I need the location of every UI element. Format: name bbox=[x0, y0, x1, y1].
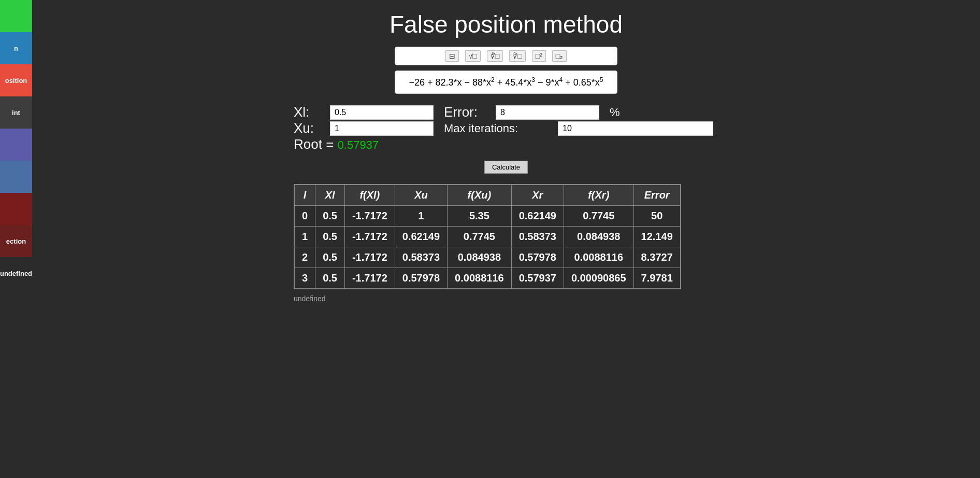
percent-label: % bbox=[610, 106, 620, 119]
toolbar-fraction[interactable]: ⊟ bbox=[445, 50, 459, 62]
sidebar-item-green[interactable] bbox=[0, 0, 32, 32]
table-cell: -1.7172 bbox=[344, 247, 395, 268]
sidebar-item-red-label: osition bbox=[5, 77, 27, 85]
table-cell: 0.5 bbox=[315, 268, 345, 289]
col-header-fxr: f(Xr) bbox=[564, 185, 633, 206]
root-value: 0.57937 bbox=[338, 138, 379, 151]
table-cell: 12.149 bbox=[633, 227, 681, 247]
col-header-error: Error bbox=[633, 185, 681, 206]
table-cell: 0.7745 bbox=[448, 227, 512, 247]
sidebar-undefined-label: undefined bbox=[0, 270, 32, 277]
row-xu-maxiter: Xu: Max iterations: bbox=[294, 120, 713, 136]
toolbar-subscript2[interactable]: □₂ bbox=[552, 50, 567, 62]
table-row: 00.5-1.717215.350.621490.774550 bbox=[294, 206, 681, 227]
table-cell: 0.62149 bbox=[511, 206, 564, 227]
table-row: 20.5-1.71720.583730.0849380.579780.00881… bbox=[294, 247, 681, 268]
page-title: False position method bbox=[390, 10, 623, 38]
inputs-section: Xl: Error: % Xu: Max iterations: Root = … bbox=[294, 104, 718, 303]
table-cell: 0.00090865 bbox=[564, 268, 633, 289]
undefined-label: undefined bbox=[294, 294, 326, 303]
sidebar-item-darkred2[interactable]: ection bbox=[0, 225, 32, 257]
table-cell: 0.0088116 bbox=[564, 247, 633, 268]
table-cell: 0.62149 bbox=[395, 227, 447, 247]
table-header-row: I Xl f(Xl) Xu f(Xu) Xr f(Xr) Error bbox=[294, 185, 681, 206]
max-iter-input[interactable] bbox=[558, 121, 713, 136]
sidebar-item-darkred2-label: ection bbox=[6, 237, 26, 245]
math-toolbar: ⊟ √□ ∛□ ∜□ □² □₂ bbox=[395, 47, 617, 65]
table-cell: 0.57978 bbox=[511, 247, 564, 268]
sidebar-item-darkred[interactable] bbox=[0, 193, 32, 225]
xl-input[interactable] bbox=[330, 105, 434, 120]
table-cell: -1.7172 bbox=[344, 227, 395, 247]
col-header-fxu: f(Xu) bbox=[448, 185, 512, 206]
table-cell: -1.7172 bbox=[344, 268, 395, 289]
row-xl-error: Xl: Error: % bbox=[294, 104, 620, 120]
xu-input[interactable] bbox=[330, 121, 434, 136]
table-cell: 1 bbox=[294, 227, 315, 247]
table-cell: 0.084938 bbox=[448, 247, 512, 268]
table-cell: 0.5 bbox=[315, 227, 345, 247]
sidebar-item-steel[interactable] bbox=[0, 161, 32, 193]
toolbar-frt[interactable]: ∜□ bbox=[509, 50, 525, 62]
table-cell: 5.35 bbox=[448, 206, 512, 227]
table-cell: 0.58373 bbox=[395, 247, 447, 268]
sidebar-item-red[interactable]: osition bbox=[0, 64, 32, 96]
sidebar-item-blue-label: n bbox=[14, 45, 18, 52]
results-table: I Xl f(Xl) Xu f(Xu) Xr f(Xr) Error 00.5-… bbox=[294, 184, 681, 289]
table-cell: -1.7172 bbox=[344, 206, 395, 227]
root-display: Root = 0.57937 bbox=[294, 136, 379, 152]
table-cell: 0.57978 bbox=[395, 268, 447, 289]
col-header-i: I bbox=[294, 185, 315, 206]
table-row: 10.5-1.71720.621490.77450.583730.0849381… bbox=[294, 227, 681, 247]
table-row: 30.5-1.71720.579780.00881160.579370.0009… bbox=[294, 268, 681, 289]
sidebar-item-dark[interactable]: int bbox=[0, 96, 32, 129]
sidebar-item-undefined: undefined bbox=[0, 257, 32, 289]
main-content: False position method ⊟ √□ ∛□ ∜□ □² □₂ −… bbox=[32, 0, 980, 478]
table-cell: 1 bbox=[395, 206, 447, 227]
table-cell: 0.5 bbox=[315, 206, 345, 227]
table-cell: 50 bbox=[633, 206, 681, 227]
col-header-fxl: f(Xl) bbox=[344, 185, 395, 206]
table-cell: 0.5 bbox=[315, 247, 345, 268]
col-header-xr: Xr bbox=[511, 185, 564, 206]
table-cell: 2 bbox=[294, 247, 315, 268]
table-cell: 0.57937 bbox=[511, 268, 564, 289]
table-cell: 3 bbox=[294, 268, 315, 289]
xl-label: Xl: bbox=[294, 104, 320, 120]
formula-display[interactable]: −26 + 82.3*x − 88*x2 + 45.4*x3 − 9*x4 + … bbox=[395, 71, 617, 94]
error-label: Error: bbox=[444, 104, 485, 120]
table-cell: 0.7745 bbox=[564, 206, 633, 227]
sidebar: n osition int ection undefined bbox=[0, 0, 32, 478]
root-label: Root = bbox=[294, 136, 334, 152]
table-cell: 0 bbox=[294, 206, 315, 227]
error-input[interactable] bbox=[496, 105, 599, 120]
toolbar-sqrt[interactable]: √□ bbox=[465, 50, 481, 62]
sidebar-item-dark-label: int bbox=[12, 109, 20, 117]
toolbar-square[interactable]: □² bbox=[532, 50, 546, 62]
table-cell: 0.58373 bbox=[511, 227, 564, 247]
toolbar-cbrt[interactable]: ∛□ bbox=[487, 50, 503, 62]
xu-label: Xu: bbox=[294, 120, 320, 136]
col-header-xl: Xl bbox=[315, 185, 345, 206]
table-cell: 8.3727 bbox=[633, 247, 681, 268]
col-header-xu: Xu bbox=[395, 185, 447, 206]
max-iter-label: Max iterations: bbox=[444, 122, 547, 135]
calculate-button[interactable]: Calculate bbox=[484, 161, 528, 174]
sidebar-item-purple[interactable] bbox=[0, 129, 32, 161]
table-cell: 0.0088116 bbox=[448, 268, 512, 289]
sidebar-item-blue[interactable]: n bbox=[0, 32, 32, 64]
table-cell: 0.084938 bbox=[564, 227, 633, 247]
table-cell: 7.9781 bbox=[633, 268, 681, 289]
